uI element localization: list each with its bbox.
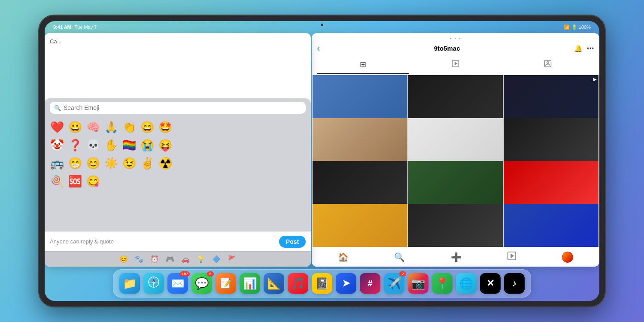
emoji-bus[interactable]: 🚌 (49, 155, 65, 171)
emoji-sos[interactable]: 🆘 (67, 173, 83, 189)
emoji-skull[interactable]: 💀 (85, 137, 101, 153)
emoji-wink[interactable]: 😉 (121, 155, 137, 171)
dock-files[interactable]: 📁 (119, 273, 140, 294)
emoji-row-2: 🤡 ❓ 💀 ✋ 🏳️‍🌈 😭 😝 (49, 137, 307, 153)
emoji-lollipop[interactable]: 🍭 (49, 173, 65, 189)
split-view: • • • Ca... 🔍 (45, 33, 599, 267)
emoji-brain[interactable]: 🧠 (85, 119, 101, 135)
emoji-rainbow[interactable]: 🏳️‍🌈 (121, 137, 137, 153)
dock-arrow[interactable]: ➤ (336, 273, 356, 294)
emoji-row-4: 🍭 🆘 😋 (49, 173, 307, 189)
messages-badge: 5 (207, 271, 214, 276)
dock-pages[interactable]: 📝 (216, 273, 236, 294)
dock-mail[interactable]: ✉️ 187 (167, 273, 188, 294)
status-date: Tue May 7 (75, 24, 97, 30)
emoji-question[interactable]: ❓ (67, 137, 83, 153)
more-icon[interactable]: ••• (587, 45, 594, 52)
battery-icon: 🔋 100% (571, 24, 591, 30)
photo-item-10[interactable]: apple In (313, 204, 407, 247)
dock-safari[interactable] (143, 273, 164, 294)
home-icon[interactable]: 🏠 (338, 252, 349, 262)
emoji-search-input[interactable] (64, 104, 301, 111)
twitter-content: Ca... (45, 33, 311, 98)
tab-video[interactable] (409, 56, 501, 74)
cat-smileys[interactable]: 😊 (119, 255, 128, 263)
emoji-victory[interactable]: ✌️ (139, 155, 155, 171)
emoji-clown[interactable]: 🤡 (49, 137, 65, 153)
dock-keynote[interactable]: 📐 (264, 273, 284, 294)
status-icons: 📶 🔋 100% (564, 24, 591, 30)
messages-icon: 💬 (195, 277, 209, 290)
emoji-yum[interactable]: 😋 (85, 173, 101, 189)
emoji-category-bar: 😊 🐾 ⏰ 🎮 🚗 💡 🔷 🚩 (45, 251, 311, 267)
cat-symbols[interactable]: 🔷 (212, 255, 221, 263)
emoji-hand[interactable]: ✋ (103, 137, 119, 153)
profile-avatar[interactable] (562, 252, 573, 263)
music-icon: 🎵 (291, 277, 305, 290)
search-icon: 🔍 (54, 105, 61, 111)
tab-profile[interactable] (502, 56, 594, 74)
svg-marker-1 (455, 62, 457, 65)
emoji-pray[interactable]: 🙏 (103, 119, 119, 135)
dock: 📁 ✉️ 187 (113, 269, 531, 298)
dock-x[interactable]: ✕ (480, 273, 501, 294)
dock-tiktok[interactable]: ♪ (504, 273, 525, 294)
emoji-grin[interactable]: 😀 (67, 119, 83, 135)
emoji-tongue[interactable]: 😝 (157, 137, 173, 153)
emoji-beaming[interactable]: 😁 (67, 155, 83, 171)
search-icon[interactable]: 🔍 (394, 252, 405, 262)
safari2-icon: 🌐 (459, 277, 473, 290)
photo-item-11[interactable]: APPLE INTELLIGENCE WON'T BE AVAILABLE IN… (408, 204, 503, 247)
ipad-screen: 9:41 AM Tue May 7 📶 🔋 100% • • • Ca... (45, 21, 599, 301)
keynote-icon: 📐 (267, 277, 281, 290)
telegram-icon: ✈️ (387, 277, 401, 290)
dock-slack[interactable]: # (360, 273, 380, 294)
emoji-sun[interactable]: ☀️ (103, 155, 119, 171)
dock-findmy[interactable]: 📍 (432, 273, 453, 294)
cat-flags[interactable]: 🚩 (228, 255, 236, 263)
emoji-row-3: 🚌 😁 😊 ☀️ 😉 ✌️ ☢️ (49, 155, 307, 171)
dock-telegram[interactable]: ✈️ 2 (384, 273, 404, 294)
add-icon[interactable]: ➕ (451, 252, 462, 262)
back-button[interactable]: ‹ (317, 43, 320, 53)
notes-icon: 📓 (315, 277, 329, 290)
nav-icons: 🔔 ••• (574, 44, 594, 52)
instagram-icon: 📷 (411, 277, 425, 290)
dock-instagram[interactable]: 📷 (408, 273, 428, 294)
telegram-badge: 2 (399, 271, 406, 276)
dock-music[interactable]: 🎵 (288, 273, 308, 294)
emoji-heart[interactable]: ❤️ (49, 119, 65, 135)
findmy-icon: 📍 (435, 277, 449, 290)
emoji-laugh[interactable]: 😄 (139, 119, 155, 135)
dock-safari2[interactable]: 🌐 (456, 273, 477, 294)
emoji-smiling[interactable]: 😊 (85, 155, 101, 171)
cat-games[interactable]: 🎮 (166, 255, 174, 263)
dock-messages[interactable]: 💬 5 (191, 273, 212, 294)
cat-travel[interactable]: 🚗 (181, 255, 190, 263)
numbers-icon: 📊 (243, 277, 257, 290)
post-button[interactable]: Post (279, 236, 306, 248)
tiktok-icon: ♪ (512, 278, 517, 289)
dock-numbers[interactable]: 📊 (240, 273, 260, 294)
cat-objects[interactable]: 💡 (197, 255, 205, 263)
photo-item-12[interactable]: ONE-THIRD OF CAR BUYERS SAY LACK OF CARP… (504, 204, 598, 247)
emoji-star-eyes[interactable]: 🤩 (157, 119, 173, 135)
right-app-dots: • • • (312, 36, 599, 41)
emoji-radiation[interactable]: ☢️ (157, 155, 173, 171)
tab-grid[interactable]: ⊞ (317, 56, 409, 74)
cat-animals[interactable]: 🐾 (135, 255, 143, 263)
emoji-cry[interactable]: 😭 (139, 137, 155, 153)
cat-time[interactable]: ⏰ (150, 255, 159, 263)
notification-icon[interactable]: 🔔 (574, 44, 583, 52)
dock-notes[interactable]: 📓 (312, 273, 332, 294)
photo-grid: Apple ParkVisitor Center 📱 💻 ▶ APPLE IS … (312, 74, 599, 247)
mail-badge: 187 (180, 271, 190, 276)
emoji-search-bar[interactable]: 🔍 (50, 102, 306, 114)
emoji-clap[interactable]: 👏 (121, 119, 137, 135)
ipad-frame: 9:41 AM Tue May 7 📶 🔋 100% • • • Ca... (39, 15, 605, 307)
profile-title: 9to5mac (323, 45, 571, 52)
files-icon: 📁 (123, 277, 137, 290)
video-icon[interactable] (507, 251, 516, 263)
svg-point-3 (547, 62, 549, 64)
emoji-row-1: ❤️ 😀 🧠 🙏 👏 😄 🤩 (49, 119, 307, 135)
